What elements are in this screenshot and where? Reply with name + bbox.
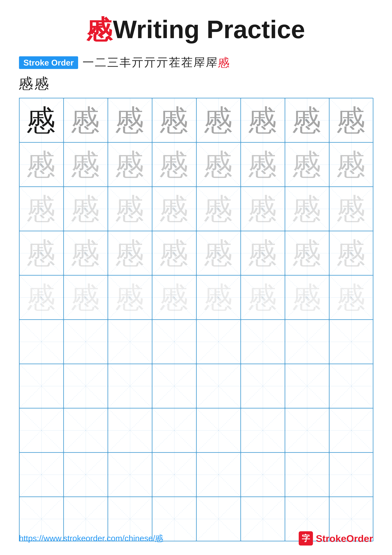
grid-row-2: 慼 慼 慼 慼 慼 慼 慼 <box>19 142 373 187</box>
practice-char-2-2: 慼 <box>71 150 100 179</box>
grid-cell-4-3[interactable]: 慼 <box>108 231 152 275</box>
grid-cell-1-7[interactable]: 慼 <box>285 98 329 142</box>
grid-cell-4-2[interactable]: 慼 <box>64 231 108 275</box>
grid-cell-6-6[interactable] <box>241 320 285 364</box>
grid-cell-5-4[interactable]: 慼 <box>152 275 196 320</box>
grid-cell-8-5[interactable] <box>196 408 241 453</box>
svg-line-113 <box>20 409 63 452</box>
practice-char-1-5: 慼 <box>204 106 233 134</box>
footer-logo-icon: 字 <box>299 531 313 546</box>
grid-cell-2-3[interactable]: 慼 <box>108 142 152 187</box>
grid-cell-8-2[interactable] <box>64 408 108 453</box>
footer-url[interactable]: https://www.strokeorder.com/chinese/慼 <box>19 533 163 544</box>
practice-char-4-4: 慼 <box>160 239 188 267</box>
grid-cell-1-3[interactable]: 慼 <box>108 98 152 142</box>
stroke-r2-c1: 慼 <box>19 74 33 93</box>
grid-cell-6-4[interactable] <box>152 320 196 364</box>
svg-line-131 <box>64 453 107 497</box>
grid-cell-3-8[interactable]: 慼 <box>329 187 373 231</box>
grid-cell-4-5[interactable]: 慼 <box>196 231 241 275</box>
grid-cell-7-3[interactable] <box>108 364 152 408</box>
grid-cell-3-2[interactable]: 慼 <box>64 187 108 231</box>
grid-cell-2-5[interactable]: 慼 <box>196 142 241 187</box>
practice-char-5-4: 慼 <box>160 283 188 312</box>
grid-cell-1-4[interactable]: 慼 <box>152 98 196 142</box>
grid-cell-7-8[interactable] <box>329 364 373 408</box>
grid-cell-3-1[interactable]: 慼 <box>19 187 64 231</box>
practice-char-3-5: 慼 <box>204 195 233 223</box>
grid-cell-7-2[interactable] <box>64 364 108 408</box>
svg-line-88 <box>197 320 240 364</box>
grid-cell-5-5[interactable]: 慼 <box>196 275 241 320</box>
grid-cell-3-6[interactable]: 慼 <box>241 187 285 231</box>
grid-cell-5-7[interactable]: 慼 <box>285 275 329 320</box>
svg-line-104 <box>197 364 240 408</box>
grid-cell-8-7[interactable] <box>285 408 329 453</box>
stroke-s2: 二 <box>95 56 106 69</box>
grid-cell-9-8[interactable] <box>329 453 373 497</box>
grid-cell-3-7[interactable]: 慼 <box>285 187 329 231</box>
svg-line-85 <box>108 320 152 364</box>
grid-cell-4-7[interactable]: 慼 <box>285 231 329 275</box>
grid-cell-2-7[interactable]: 慼 <box>285 142 329 187</box>
grid-cell-9-4[interactable] <box>152 453 196 497</box>
grid-cell-4-4[interactable]: 慼 <box>152 231 196 275</box>
grid-cell-8-6[interactable] <box>241 408 285 453</box>
grid-cell-9-2[interactable] <box>64 453 108 497</box>
grid-cell-9-3[interactable] <box>108 453 152 497</box>
grid-cell-3-4[interactable]: 慼 <box>152 187 196 231</box>
grid-cell-5-2[interactable]: 慼 <box>64 275 108 320</box>
grid-cell-5-1[interactable]: 慼 <box>19 275 64 320</box>
grid-cell-3-3[interactable]: 慼 <box>108 187 152 231</box>
practice-char-4-3: 慼 <box>116 239 144 267</box>
svg-line-86 <box>152 320 196 364</box>
grid-cell-6-7[interactable] <box>285 320 329 364</box>
grid-cell-9-6[interactable] <box>241 453 285 497</box>
grid-cell-8-1[interactable] <box>19 408 64 453</box>
grid-cell-5-8[interactable]: 慼 <box>329 275 373 320</box>
grid-cell-2-1[interactable]: 慼 <box>19 142 64 187</box>
grid-cell-2-2[interactable]: 慼 <box>64 142 108 187</box>
grid-cell-1-2[interactable]: 慼 <box>64 98 108 142</box>
grid-cell-6-1[interactable] <box>19 320 64 364</box>
grid-cell-3-5[interactable]: 慼 <box>196 187 241 231</box>
grid-cell-9-7[interactable] <box>285 453 329 497</box>
grid-cell-2-6[interactable]: 慼 <box>241 142 285 187</box>
grid-cell-7-6[interactable] <box>241 364 285 408</box>
grid-cell-9-1[interactable] <box>19 453 64 497</box>
grid-cell-5-3[interactable]: 慼 <box>108 275 152 320</box>
grid-cell-6-3[interactable] <box>108 320 152 364</box>
grid-cell-5-6[interactable]: 慼 <box>241 275 285 320</box>
grid-cell-8-8[interactable] <box>329 408 373 453</box>
stroke-order-section: Stroke Order 一 二 三 丰 亓 亓 亓 茬 茬 屖 屖 慼 <box>19 56 373 69</box>
grid-cell-1-8[interactable]: 慼 <box>329 98 373 142</box>
svg-line-99 <box>64 364 107 408</box>
svg-line-108 <box>285 364 329 408</box>
grid-cell-7-1[interactable] <box>19 364 64 408</box>
practice-char-1-4: 慼 <box>160 106 188 134</box>
grid-cell-4-8[interactable]: 慼 <box>329 231 373 275</box>
grid-cell-7-7[interactable] <box>285 364 329 408</box>
grid-cell-6-5[interactable] <box>196 320 241 364</box>
grid-cell-9-5[interactable] <box>196 453 241 497</box>
grid-cell-1-5[interactable]: 慼 <box>196 98 241 142</box>
stroke-chars-row2: 慼 慼 <box>19 74 373 93</box>
grid-cell-4-6[interactable]: 慼 <box>241 231 285 275</box>
practice-char-4-1: 慼 <box>27 239 56 267</box>
svg-line-121 <box>197 409 240 452</box>
footer-logo: 字 StrokeOrder <box>299 531 373 546</box>
svg-line-84 <box>108 320 152 364</box>
grid-cell-6-8[interactable] <box>329 320 373 364</box>
grid-cell-1-6[interactable]: 慼 <box>241 98 285 142</box>
grid-cell-1-1[interactable]: 慼 <box>19 98 64 142</box>
practice-char-1-1: 慼 <box>27 106 56 134</box>
grid-cell-8-4[interactable] <box>152 408 196 453</box>
grid-cell-8-3[interactable] <box>108 408 152 453</box>
grid-cell-6-2[interactable] <box>64 320 108 364</box>
grid-cell-2-8[interactable]: 慼 <box>329 142 373 187</box>
grid-cell-2-4[interactable]: 慼 <box>152 142 196 187</box>
stroke-s8: 茬 <box>169 56 180 69</box>
grid-cell-7-4[interactable] <box>152 364 196 408</box>
grid-cell-4-1[interactable]: 慼 <box>19 231 64 275</box>
grid-cell-7-5[interactable] <box>196 364 241 408</box>
